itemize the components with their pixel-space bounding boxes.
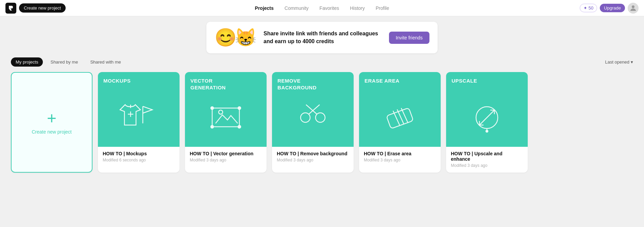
nav-item-profile[interactable]: Profile <box>376 5 389 11</box>
credits-icon: ✦ <box>583 5 587 11</box>
project-card-mockups[interactable]: MOCKUPS HOW TO | Mockups Modified 6 seco… <box>98 72 180 173</box>
chevron-down-icon: ▾ <box>631 59 633 65</box>
card-title-mockups: HOW TO | Mockups <box>103 151 175 156</box>
card-modified-remove-bg: Modified 3 days ago <box>277 158 349 162</box>
card-thumbnail-erase: ERASE AREA <box>359 72 441 147</box>
card-info-erase: HOW TO | Erase area Modified 3 days ago <box>359 147 441 167</box>
card-thumb-title-erase: ERASE AREA <box>365 77 400 84</box>
create-project-label: Create new project <box>32 129 72 135</box>
upscale-icon <box>467 94 507 135</box>
avatar[interactable] <box>628 3 639 14</box>
tab-my-projects[interactable]: My projects <box>11 57 43 67</box>
banner-illustration: 😊 😸 <box>215 27 257 48</box>
card-thumbnail-vector: VECTOR GENERATION <box>185 72 267 147</box>
upgrade-button[interactable]: Upgrade <box>600 4 625 12</box>
card-info-remove-bg: HOW TO | Remove background Modified 3 da… <box>272 147 354 167</box>
svg-point-19 <box>486 130 488 132</box>
card-modified-vector: Modified 3 days ago <box>190 158 262 162</box>
svg-point-5 <box>238 107 241 109</box>
card-info-upscale: HOW TO | Upscale and enhance Modified 3 … <box>446 147 528 173</box>
svg-line-11 <box>306 105 317 114</box>
invite-banner-container: 😊 😸 Share invite link with friends and c… <box>0 16 644 57</box>
card-modified-erase: Modified 3 days ago <box>364 158 436 162</box>
credits-value: 50 <box>589 5 593 11</box>
nav-item-projects[interactable]: Projects <box>255 5 274 11</box>
svg-point-7 <box>238 125 241 128</box>
svg-line-17 <box>479 110 494 125</box>
svg-line-10 <box>309 105 320 114</box>
invite-friends-button[interactable]: Invite friends <box>389 32 429 44</box>
main-nav: Projects Community Favorites History Pro… <box>255 5 389 11</box>
plus-icon: + <box>47 110 56 126</box>
svg-point-6 <box>211 125 214 128</box>
banner-text: Share invite link with friends and colle… <box>264 30 382 45</box>
sort-button[interactable]: Last opened ▾ <box>605 59 633 65</box>
tab-shared-with-me[interactable]: Shared with me <box>85 57 125 67</box>
sort-label: Last opened <box>605 59 629 65</box>
svg-point-0 <box>632 5 634 8</box>
logo <box>5 3 16 14</box>
card-thumb-title-mockups: MOCKUPS <box>103 77 131 84</box>
card-title-erase: HOW TO | Erase area <box>364 151 436 156</box>
project-card-vector[interactable]: VECTOR GENERATION HOW TO | Vector genera… <box>185 72 267 173</box>
card-info-vector: HOW TO | Vector generation Modified 3 da… <box>185 147 267 167</box>
card-thumb-title-upscale: UPSCALE <box>452 77 477 84</box>
card-thumb-title-remove-bg: REMOVE BACKGROUND <box>277 77 317 91</box>
mockups-icon <box>118 94 159 135</box>
card-thumbnail-upscale: UPSCALE <box>446 72 528 147</box>
svg-point-9 <box>316 113 325 122</box>
project-card-upscale[interactable]: UPSCALE HOW TO | Upscale and enhance Mod… <box>446 72 528 173</box>
nav-item-history[interactable]: History <box>350 5 365 11</box>
project-card-erase[interactable]: ERASE AREA HOW TO | Erase area Modified … <box>359 72 441 173</box>
card-title-upscale: HOW TO | Upscale and enhance <box>451 151 523 162</box>
tab-shared-by-me[interactable]: Shared by me <box>46 57 83 67</box>
invite-banner: 😊 😸 Share invite link with friends and c… <box>206 22 438 53</box>
emoji-face-1: 😊 <box>215 27 237 48</box>
card-title-remove-bg: HOW TO | Remove background <box>277 151 349 156</box>
remove-bg-icon <box>292 94 333 135</box>
nav-item-favorites[interactable]: Favorites <box>320 5 339 11</box>
tabs-row: My projects Shared by me Shared with me … <box>0 57 644 67</box>
vector-icon <box>205 94 246 135</box>
card-title-vector: HOW TO | Vector generation <box>190 151 262 156</box>
card-thumbnail-remove-bg: REMOVE BACKGROUND <box>272 72 354 147</box>
card-thumb-title-vector: VECTOR GENERATION <box>190 77 226 91</box>
header-right: ✦ 50 Upgrade <box>580 3 639 14</box>
svg-point-3 <box>219 110 223 114</box>
project-card-remove-bg[interactable]: REMOVE BACKGROUND HOW TO | Remove backgr… <box>272 72 354 173</box>
banner-heading: Share invite link with friends and colle… <box>264 30 382 45</box>
card-modified-upscale: Modified 3 days ago <box>451 163 523 168</box>
svg-point-4 <box>211 107 214 109</box>
nav-item-community[interactable]: Community <box>285 5 309 11</box>
header: Create new project Projects Community Fa… <box>0 0 644 16</box>
card-info-mockups: HOW TO | Mockups Modified 6 seconds ago <box>98 147 180 167</box>
svg-point-8 <box>301 113 310 122</box>
create-project-card[interactable]: + Create new project <box>11 72 92 173</box>
card-modified-mockups: Modified 6 seconds ago <box>103 158 175 162</box>
erase-icon <box>379 94 420 135</box>
project-tabs: My projects Shared by me Shared with me <box>11 57 126 67</box>
projects-grid: + Create new project MOCKUPS HOW TO | Mo… <box>0 72 644 184</box>
create-new-project-button[interactable]: Create new project <box>19 3 66 13</box>
emoji-face-2: 😸 <box>235 27 257 48</box>
svg-rect-2 <box>212 108 239 127</box>
credits-badge: ✦ 50 <box>580 4 597 12</box>
card-thumbnail-mockups: MOCKUPS <box>98 72 180 147</box>
